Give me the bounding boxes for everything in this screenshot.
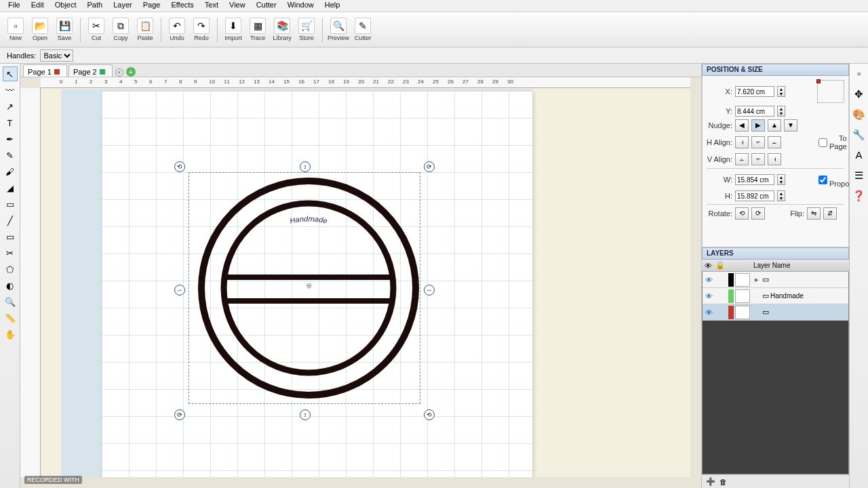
cut-button[interactable]: ✂Cut [85, 14, 108, 45]
node-tool[interactable]: ↗ [3, 99, 18, 114]
menu-help[interactable]: Help [319, 0, 346, 12]
new-button[interactable]: ▫New [4, 14, 27, 45]
copy-button[interactable]: ⧉Copy [109, 14, 132, 45]
handles-select[interactable]: Basic [40, 49, 73, 62]
pen-tool[interactable]: ✒ [3, 131, 18, 146]
layer-row[interactable]: 👁▭ [703, 304, 848, 321]
nudge-up[interactable]: ▲ [768, 119, 781, 131]
nudge-right[interactable]: ▶ [751, 119, 765, 131]
menu-effects[interactable]: Effects [165, 0, 199, 12]
menu-cutter[interactable]: Cutter [251, 0, 282, 12]
paste-button[interactable]: 📋Paste [134, 14, 157, 45]
valign-middle[interactable]: ⫟ [751, 153, 765, 165]
text-tool[interactable]: T [3, 115, 18, 130]
h-input[interactable] [735, 190, 774, 201]
redo-button[interactable]: ↷Redo [190, 14, 213, 45]
wrench-icon[interactable]: 🔧 [852, 129, 867, 144]
ruler-tool[interactable]: 📏 [3, 310, 18, 325]
rect-tool[interactable]: ▭ [3, 229, 18, 244]
cutter-button[interactable]: ✎Cutter [351, 14, 374, 45]
hand-tool[interactable]: ✋ [3, 327, 18, 342]
scale-handle-r[interactable]: ↔ [424, 285, 435, 296]
boolean-tool[interactable]: ◐ [3, 278, 18, 293]
artwork[interactable]: Handmade ⊕ [197, 176, 420, 400]
save-button[interactable]: 💾Save [53, 14, 76, 45]
store-button[interactable]: 🛒Store [295, 14, 318, 45]
w-input[interactable] [735, 174, 774, 185]
trace-button[interactable]: ▦Trace [246, 14, 269, 45]
gradient-tool[interactable]: ▭ [3, 197, 18, 211]
undo-button[interactable]: ↶Undo [165, 14, 189, 45]
import-button[interactable]: ⬇Import [222, 14, 245, 45]
page-tab-2[interactable]: Page 2 [68, 64, 113, 77]
rotate-handle-bl[interactable]: ⟳ [174, 409, 185, 420]
menu-text[interactable]: Text [199, 0, 224, 12]
menu-page[interactable]: Page [138, 0, 166, 12]
add-layer-button[interactable]: ➕ [706, 477, 715, 486]
halign-center[interactable]: ⫟ [751, 136, 765, 148]
menu-view[interactable]: View [224, 0, 251, 12]
select-tool[interactable]: ↖ [3, 66, 18, 81]
canvas[interactable]: ⟲ ↕ ⟳ ↔ ↔ ⟳ ↕ ⟲ Handmad [41, 88, 690, 477]
layers-icon[interactable]: ☰ [852, 169, 867, 184]
zoom-tool[interactable]: 🔍 [3, 294, 18, 309]
shape-tool[interactable]: ⬠ [3, 262, 18, 277]
rotate-handle-tr[interactable]: ⟳ [424, 161, 435, 172]
page-tab-1[interactable]: Page 1 [23, 64, 67, 77]
add-tab-button[interactable]: + [126, 67, 136, 77]
scale-handle-b[interactable]: ↕ [300, 409, 311, 420]
scale-handle-t[interactable]: ↕ [300, 161, 311, 172]
knife-tool[interactable]: ✂ [3, 245, 18, 260]
menu-window[interactable]: Window [282, 0, 319, 12]
w-spinner[interactable]: ▲▼ [777, 174, 785, 185]
h-spinner[interactable]: ▲▼ [777, 190, 785, 201]
flip-h[interactable]: ⇋ [807, 207, 821, 220]
rotate-handle-br[interactable]: ⟲ [424, 409, 435, 420]
eye-icon[interactable]: 👁 [703, 276, 715, 284]
lasso-tool[interactable]: 〰 [3, 83, 18, 98]
menu-path[interactable]: Path [82, 0, 108, 12]
valign-top[interactable]: ⫠ [735, 153, 749, 165]
scale-handle-l[interactable]: ↔ [174, 285, 185, 296]
menu-edit[interactable]: Edit [26, 0, 50, 12]
layer-row[interactable]: 👁▸▭ [703, 272, 848, 288]
help-icon[interactable]: ❓ [852, 190, 867, 205]
rotate-cw[interactable]: ⟳ [751, 207, 765, 220]
menu-layer[interactable]: Layer [108, 0, 138, 12]
nudge-left[interactable]: ◀ [735, 119, 749, 131]
layer-row[interactable]: 👁▭Handmade [703, 288, 848, 304]
menu-object[interactable]: Object [50, 0, 82, 12]
page-icon[interactable]: ▫ [852, 68, 867, 83]
open-button[interactable]: 📂Open [28, 14, 52, 45]
keep-prop-check[interactable] [818, 176, 827, 184]
y-spinner[interactable]: ▲▼ [777, 106, 785, 117]
brush-tool[interactable]: 🖌 [3, 164, 18, 179]
halign-right[interactable]: ⫠ [768, 136, 781, 148]
library-button[interactable]: 📚Library [271, 14, 294, 45]
pencil-tool[interactable]: ✎ [3, 148, 18, 163]
palette-icon[interactable]: 🎨 [852, 108, 867, 123]
close-tab-button[interactable]: × [115, 68, 123, 77]
flip-v[interactable]: ⇵ [823, 207, 837, 220]
eye-icon[interactable]: 👁 [703, 292, 715, 300]
move-icon[interactable]: ✥ [852, 88, 867, 103]
line-tool[interactable]: ╱ [3, 213, 18, 228]
x-spinner[interactable]: ▲▼ [777, 86, 785, 97]
nudge-down[interactable]: ▼ [784, 119, 797, 131]
halign-left[interactable]: ⫞ [735, 136, 749, 148]
preview-button[interactable]: 🔍Preview [327, 14, 350, 45]
eraser-tool[interactable]: ◢ [3, 180, 18, 195]
y-input[interactable] [735, 106, 774, 117]
cutter-icon: ✎ [355, 18, 371, 34]
valign-bottom[interactable]: ⫞ [768, 153, 781, 165]
eye-icon[interactable]: 👁 [703, 308, 715, 317]
vertical-ruler [20, 88, 41, 477]
x-input[interactable] [735, 86, 774, 97]
menu-file[interactable]: File [3, 0, 26, 12]
font-icon[interactable]: A [852, 149, 867, 164]
rotate-ccw[interactable]: ⟲ [735, 207, 749, 220]
rotate-handle-tl[interactable]: ⟲ [174, 161, 185, 172]
anchor-grid[interactable] [817, 80, 844, 103]
to-page-check[interactable] [818, 138, 827, 147]
delete-layer-button[interactable]: 🗑 [719, 478, 727, 486]
